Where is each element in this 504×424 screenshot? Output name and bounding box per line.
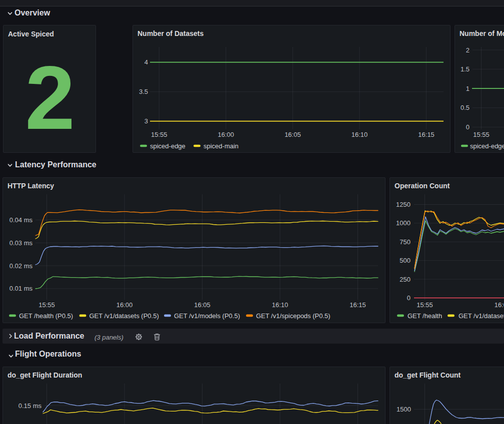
svg-text:spiced-edge: spiced-edge	[470, 142, 504, 150]
svg-text:750: 750	[400, 238, 410, 246]
svg-text:1.5: 1.5	[460, 65, 470, 73]
svg-text:0.02 ms: 0.02 ms	[10, 262, 33, 270]
svg-text:0: 0	[407, 294, 410, 302]
svg-text:0.15 ms: 0.15 ms	[18, 402, 42, 410]
svg-text:Number of Models: Number of Models	[460, 29, 504, 37]
svg-text:GET /v1/spicepods (P0.5): GET /v1/spicepods (P0.5)	[256, 312, 330, 320]
svg-text:16:00: 16:00	[116, 301, 133, 309]
svg-text:0.01 ms: 0.01 ms	[10, 285, 33, 292]
svg-text:HTTP Latency: HTTP Latency	[8, 182, 54, 190]
svg-text:15:55: 15:55	[38, 301, 55, 309]
svg-text:16:10: 16:10	[272, 301, 288, 309]
svg-text:16:00: 16:00	[218, 131, 234, 138]
svg-text:500: 500	[400, 257, 410, 264]
svg-text:16:10: 16:10	[352, 131, 368, 138]
svg-text:GET /v1/datasets (P0.5): GET /v1/datasets (P0.5)	[90, 312, 159, 320]
svg-text:250: 250	[400, 276, 410, 283]
svg-text:spiced-edge: spiced-edge	[150, 142, 186, 150]
svg-text:1: 1	[466, 85, 470, 92]
svg-text:16:05: 16:05	[194, 301, 210, 309]
svg-text:4: 4	[144, 58, 148, 66]
svg-text:spiced-main: spiced-main	[204, 142, 238, 150]
svg-text:1500: 1500	[396, 406, 411, 413]
svg-text:GET /v1/models (P0.5): GET /v1/models (P0.5)	[174, 312, 240, 320]
svg-text:15:55: 15:55	[416, 301, 433, 309]
svg-text:do_get Flight Duration: do_get Flight Duration	[8, 371, 82, 379]
svg-text:1250: 1250	[396, 201, 410, 208]
svg-text:do_get Flight Count: do_get Flight Count	[394, 371, 461, 379]
svg-text:16:15: 16:15	[418, 131, 434, 138]
svg-text:16:05: 16:05	[284, 131, 301, 138]
svg-text:3: 3	[144, 117, 148, 125]
svg-text:0.5: 0.5	[460, 104, 470, 111]
svg-text:GET /health (P0.5): GET /health (P0.5)	[19, 312, 73, 320]
svg-text:GET /health: GET /health	[408, 312, 442, 320]
svg-text:1000: 1000	[396, 219, 410, 227]
svg-text:2: 2	[466, 46, 470, 54]
svg-text:3.5: 3.5	[139, 88, 148, 95]
svg-text:Number of Datasets: Number of Datasets	[138, 29, 204, 37]
svg-text:Operation Count: Operation Count	[394, 182, 450, 190]
svg-text:15:55: 15:55	[151, 131, 168, 138]
svg-text:16:00: 16:00	[494, 301, 504, 309]
svg-text:15:55: 15:55	[473, 131, 490, 138]
svg-text:0.03 ms: 0.03 ms	[10, 239, 33, 247]
svg-text:0.04 ms: 0.04 ms	[10, 216, 33, 224]
svg-text:GET /v1/datasets: GET /v1/datasets	[458, 312, 504, 320]
svg-text:0: 0	[466, 123, 470, 131]
svg-text:16:15: 16:15	[350, 301, 366, 309]
